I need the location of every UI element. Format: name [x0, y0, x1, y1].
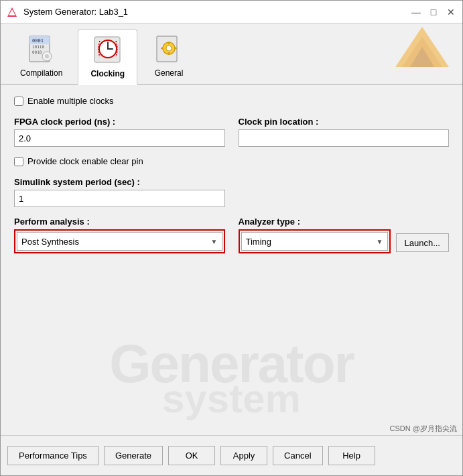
- clocking-tab-icon: [92, 34, 124, 66]
- tab-compilation[interactable]: 0001 10110 0010 Compilation: [7, 29, 75, 84]
- generate-button[interactable]: Generate: [104, 446, 163, 465]
- analyzer-col: Analyzer type : Timing Resource ▼ Lau: [239, 217, 450, 253]
- enable-multiple-clocks-row: Enable multiple clocks: [14, 96, 449, 106]
- simulink-period-input[interactable]: [14, 190, 225, 207]
- analyzer-type-label: Analyzer type :: [239, 217, 391, 227]
- watermark-line1: Generator: [109, 333, 353, 395]
- compilation-tab-label: Compilation: [20, 68, 62, 78]
- perform-analysis-label: Perform analysis :: [14, 217, 225, 227]
- perform-analysis-col: Perform analysis : Off Post Synthesis Po…: [14, 217, 225, 253]
- perform-analysis-select-wrapper: Off Post Synthesis Post Implementation ▼: [17, 232, 222, 251]
- svg-marker-22: [402, 37, 442, 67]
- main-window: System Generator: Lab3_1 — □ ✕ 0001 1011…: [0, 0, 463, 476]
- svg-rect-19: [161, 48, 163, 50]
- compilation-tab-icon: 0001 10110 0010: [25, 34, 58, 66]
- tab-bar: 0001 10110 0010 Compilation: [1, 23, 462, 85]
- help-button[interactable]: Help: [328, 446, 375, 465]
- analyzer-select-wrapper: Timing Resource ▼: [241, 232, 388, 251]
- tab-clocking[interactable]: Clocking: [78, 29, 137, 85]
- enable-multiple-clocks-checkbox[interactable]: [14, 97, 23, 106]
- title-bar-controls: — □ ✕: [410, 6, 457, 18]
- general-tab-icon: [153, 34, 185, 66]
- svg-marker-23: [410, 47, 434, 67]
- provide-clock-enable-checkbox[interactable]: [14, 157, 23, 166]
- general-tab-label: General: [155, 68, 184, 78]
- watermark-line2: system: [162, 375, 301, 422]
- analyzer-select-outlined: Timing Resource ▼: [239, 229, 391, 253]
- simulink-period-section: Simulink system period (sec) :: [14, 177, 449, 207]
- window-title: System Generator: Lab3_1: [23, 7, 128, 17]
- close-button[interactable]: ✕: [445, 6, 457, 18]
- enable-multiple-clocks-label: Enable multiple clocks: [27, 96, 114, 106]
- analysis-row: Perform analysis : Off Post Synthesis Po…: [14, 217, 449, 253]
- provide-clock-enable-label: Provide clock enable clear pin: [27, 156, 143, 166]
- clock-row: FPGA clock period (ns) : Clock pin locat…: [14, 117, 449, 147]
- svg-text:0001: 0001: [32, 38, 44, 44]
- simulink-period-label: Simulink system period (sec) :: [14, 177, 449, 187]
- title-bar-left: System Generator: Lab3_1: [6, 6, 128, 18]
- svg-rect-17: [168, 42, 170, 44]
- analyzer-type-select[interactable]: Timing Resource: [242, 232, 387, 251]
- fpga-clock-label: FPGA clock period (ns) :: [14, 117, 225, 127]
- form-panel: Enable multiple clocks FPGA clock period…: [1, 85, 462, 274]
- fpga-clock-input[interactable]: [14, 129, 225, 147]
- perform-analysis-select[interactable]: Off Post Synthesis Post Implementation: [17, 232, 222, 251]
- clocking-tab-label: Clocking: [90, 69, 125, 78]
- svg-point-16: [166, 46, 172, 51]
- apply-button[interactable]: Apply: [220, 446, 267, 465]
- perform-analysis-outlined: Off Post Synthesis Post Implementation ▼: [14, 229, 225, 253]
- tab-general[interactable]: General: [140, 29, 198, 84]
- cancel-button[interactable]: Cancel: [273, 446, 322, 465]
- launch-button[interactable]: Launch...: [396, 233, 450, 252]
- svg-rect-18: [168, 52, 170, 55]
- svg-rect-20: [174, 48, 177, 50]
- svg-text:0010: 0010: [32, 50, 42, 54]
- minimize-button[interactable]: —: [410, 6, 422, 18]
- svg-point-9: [45, 54, 49, 58]
- performance-tips-button[interactable]: Performance Tips: [7, 446, 98, 465]
- clock-pin-input[interactable]: [239, 129, 450, 147]
- bottom-bar: Performance Tips Generate OK Apply Cance…: [1, 435, 462, 475]
- provide-clock-row: Provide clock enable clear pin: [14, 156, 449, 166]
- title-bar: System Generator: Lab3_1 — □ ✕: [1, 1, 462, 23]
- ok-button[interactable]: OK: [168, 446, 215, 465]
- maximize-button[interactable]: □: [427, 6, 440, 18]
- analyzer-type-col: Analyzer type : Timing Resource ▼: [239, 217, 391, 253]
- svg-text:10110: 10110: [32, 44, 44, 49]
- clock-pin-col: Clock pin location :: [239, 117, 450, 147]
- content-area: Generator system Enable multiple clocks …: [1, 85, 462, 435]
- svg-marker-21: [395, 27, 449, 67]
- csdn-watermark: CSDN @岁月指尖流: [390, 424, 457, 434]
- app-icon: [6, 6, 18, 18]
- fpga-clock-col: FPGA clock period (ns) :: [14, 117, 225, 147]
- clock-pin-label: Clock pin location :: [239, 117, 450, 127]
